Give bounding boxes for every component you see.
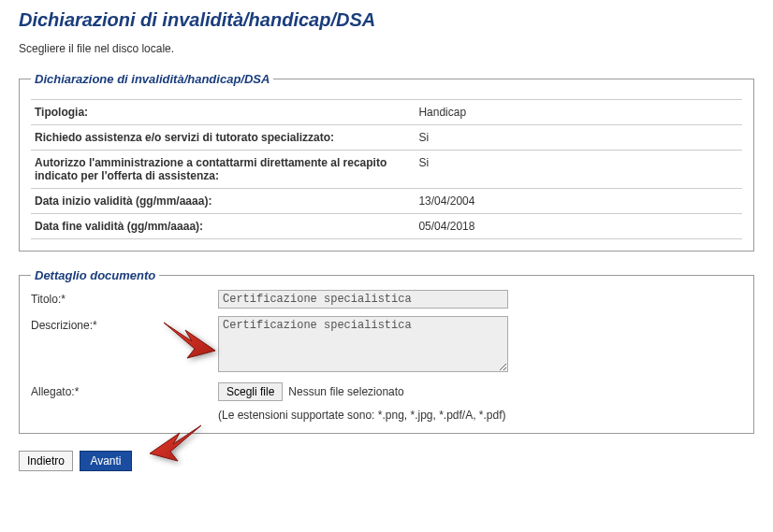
- avanti-button[interactable]: Avanti: [80, 451, 131, 471]
- titolo-label: Titolo:*: [31, 290, 218, 306]
- page-title: Dichiarazioni di invalidità/handicap/DSA: [19, 9, 754, 31]
- row-label: Autorizzo l'amministrazione a contattarm…: [31, 151, 415, 189]
- descrizione-label: Descrizione:*: [31, 316, 218, 332]
- table-row: Tipologia: Handicap: [31, 100, 742, 125]
- row-value: Si: [415, 151, 742, 189]
- extensions-note: (Le estensioni supportate sono: *.png, *…: [218, 409, 742, 422]
- row-value: 05/04/2018: [415, 214, 742, 239]
- declaration-table: Tipologia: Handicap Richiedo assistenza …: [31, 99, 742, 239]
- declaration-fieldset: Dichiarazione di invalidità/handicap/DSA…: [19, 72, 754, 252]
- row-label: Tipologia:: [31, 100, 415, 125]
- allegato-label: Allegato:*: [31, 382, 218, 398]
- row-label: Data inizio validità (gg/mm/aaaa):: [31, 189, 415, 214]
- row-label: Richiedo assistenza e/o servizi di tutor…: [31, 125, 415, 151]
- scegli-file-button[interactable]: Scegli file: [218, 382, 283, 401]
- document-fieldset: Dettaglio documento Titolo:* Descrizione…: [19, 268, 754, 434]
- row-value: 13/04/2004: [415, 189, 742, 214]
- titolo-row: Titolo:*: [31, 290, 742, 309]
- document-legend: Dettaglio documento: [31, 268, 159, 282]
- descrizione-textarea[interactable]: [218, 316, 508, 372]
- table-row: Data fine validità (gg/mm/aaaa): 05/04/2…: [31, 214, 742, 239]
- allegato-row: Allegato:* Scegli file Nessun file selez…: [31, 382, 742, 401]
- descrizione-row: Descrizione:*: [31, 316, 742, 375]
- row-value: Si: [415, 125, 742, 151]
- row-value: Handicap: [415, 100, 742, 125]
- actions-row: Indietro Avanti: [19, 451, 754, 471]
- table-row: Autorizzo l'amministrazione a contattarm…: [31, 151, 742, 189]
- table-row: Data inizio validità (gg/mm/aaaa): 13/04…: [31, 189, 742, 214]
- table-row: Richiedo assistenza e/o servizi di tutor…: [31, 125, 742, 151]
- declaration-legend: Dichiarazione di invalidità/handicap/DSA: [31, 72, 273, 86]
- indietro-button[interactable]: Indietro: [19, 451, 73, 471]
- file-status: Nessun file selezionato: [288, 385, 403, 398]
- row-label: Data fine validità (gg/mm/aaaa):: [31, 214, 415, 239]
- titolo-input[interactable]: [218, 290, 508, 309]
- page-subtitle: Scegliere il file nel disco locale.: [19, 42, 754, 55]
